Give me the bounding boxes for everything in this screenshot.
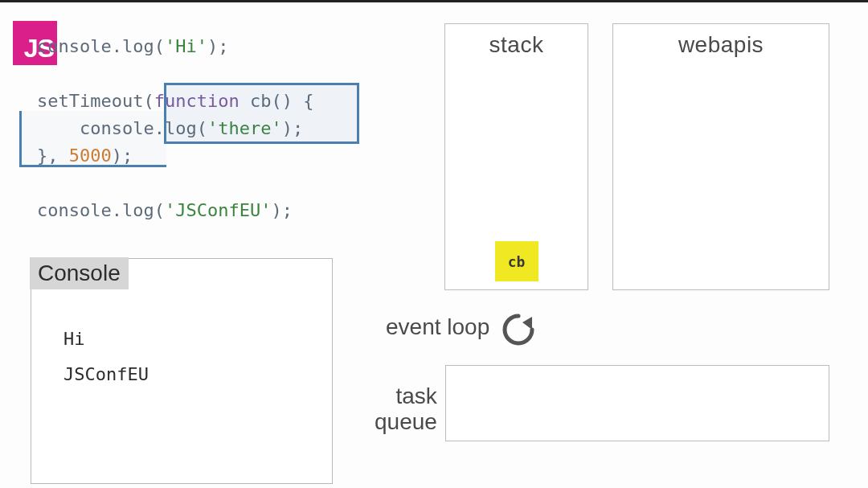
task-queue-label-line2: queue xyxy=(375,409,437,435)
webapis-title: webapis xyxy=(613,24,829,58)
code-line-4: }, 5000); xyxy=(37,142,362,170)
console-output-line: Hi xyxy=(63,322,149,357)
code-panel: console.log('Hi'); setTimeout(function c… xyxy=(37,33,362,224)
svg-marker-0 xyxy=(522,317,532,330)
console-title: Console xyxy=(30,257,129,289)
stack-title: stack xyxy=(445,24,588,58)
code-line-2: setTimeout(function cb() { xyxy=(37,88,362,115)
stack-box: stack cb xyxy=(444,23,588,290)
code-line-5: console.log('JSConfEU'); xyxy=(37,197,362,224)
task-queue-label: task queue xyxy=(375,383,437,435)
console-panel: Console Hi JSConfEU xyxy=(31,258,333,484)
stack-frame-cb: cb xyxy=(495,241,538,281)
console-output-line: JSConfEU xyxy=(63,357,149,392)
console-output: Hi JSConfEU xyxy=(63,322,149,392)
task-queue-box xyxy=(445,365,829,441)
stack-frame-label: cb xyxy=(508,253,526,270)
event-loop-icon xyxy=(500,311,537,348)
task-queue-label-line1: task xyxy=(375,383,437,409)
code-blank-1 xyxy=(37,60,362,88)
code-blank-2 xyxy=(37,170,362,197)
webapis-box: webapis xyxy=(612,23,829,290)
code-line-3: console.log('there'); xyxy=(37,115,362,142)
event-loop-label: event loop xyxy=(386,314,489,340)
code-line-1: console.log('Hi'); xyxy=(37,33,362,60)
